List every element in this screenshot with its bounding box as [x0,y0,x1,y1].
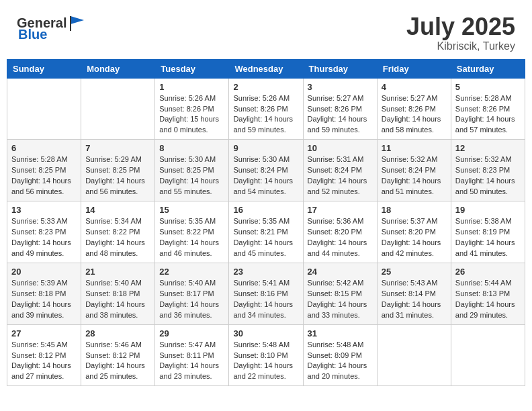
sunrise-text: Sunrise: 5:34 AM [85,216,150,227]
day-info: Sunrise: 5:28 AMSunset: 8:26 PMDaylight:… [455,93,521,136]
day-number: 13 [11,205,77,215]
weekday-header-row: SundayMondayTuesdayWednesdayThursdayFrid… [7,59,525,78]
calendar-day-cell: 21Sunrise: 5:40 AMSunset: 8:18 PMDayligh… [81,263,155,324]
calendar-day-cell: 4Sunrise: 5:27 AMSunset: 8:26 PMDaylight… [377,78,451,140]
daylight-minutes: and 27 minutes. [11,371,77,382]
calendar-day-cell: 3Sunrise: 5:27 AMSunset: 8:26 PMDaylight… [303,78,377,140]
sunrise-text: Sunrise: 5:32 AM [455,154,521,165]
daylight-hours: Daylight: 14 hours [159,176,224,187]
sunrise-text: Sunrise: 5:32 AM [382,154,447,165]
daylight-hours: Daylight: 14 hours [85,361,150,371]
sunset-text: Sunset: 8:22 PM [159,227,224,238]
daylight-minutes: and 50 minutes. [455,187,521,197]
sunset-text: Sunset: 8:24 PM [382,165,447,176]
day-info: Sunrise: 5:26 AMSunset: 8:26 PMDaylight:… [233,93,298,136]
day-number: 3 [308,82,373,92]
daylight-minutes: and 25 minutes. [85,371,150,382]
sunrise-text: Sunrise: 5:29 AM [85,154,150,165]
daylight-minutes: and 48 minutes. [85,248,150,259]
daylight-minutes: and 31 minutes. [382,310,447,321]
daylight-minutes: and 36 minutes. [159,310,224,321]
daylight-hours: Daylight: 14 hours [85,176,150,187]
daylight-minutes: and 55 minutes. [159,187,224,197]
daylight-hours: Daylight: 14 hours [159,361,224,371]
weekday-header-sunday: Sunday [7,59,81,78]
day-info: Sunrise: 5:40 AMSunset: 8:18 PMDaylight:… [85,278,150,321]
calendar-day-cell: 8Sunrise: 5:30 AMSunset: 8:25 PMDaylight… [155,140,229,201]
daylight-hours: Daylight: 14 hours [11,300,77,310]
sunset-text: Sunset: 8:09 PM [308,351,373,361]
sunrise-text: Sunrise: 5:48 AM [233,340,298,351]
day-number: 8 [159,143,224,153]
daylight-hours: Daylight: 14 hours [85,238,150,248]
calendar-day-cell: 26Sunrise: 5:44 AMSunset: 8:13 PMDayligh… [451,263,525,324]
calendar-day-cell: 31Sunrise: 5:48 AMSunset: 8:09 PMDayligh… [303,324,377,386]
sunset-text: Sunset: 8:12 PM [85,351,150,361]
calendar-day-cell: 7Sunrise: 5:29 AMSunset: 8:25 PMDaylight… [81,140,155,201]
daylight-hours: Daylight: 14 hours [308,176,373,187]
day-info: Sunrise: 5:39 AMSunset: 8:18 PMDaylight:… [11,278,77,321]
logo: General Blue [17,13,87,42]
daylight-minutes: and 23 minutes. [159,371,224,382]
day-info: Sunrise: 5:46 AMSunset: 8:12 PMDaylight:… [85,340,150,383]
calendar-day-cell: 12Sunrise: 5:32 AMSunset: 8:23 PMDayligh… [451,140,525,201]
sunrise-text: Sunrise: 5:28 AM [455,93,521,104]
day-info: Sunrise: 5:35 AMSunset: 8:21 PMDaylight:… [233,216,298,259]
page-header: General Blue July 2025 Kibriscik, Turkey [7,7,525,56]
day-number: 15 [159,205,224,215]
calendar-day-cell: 22Sunrise: 5:40 AMSunset: 8:17 PMDayligh… [155,263,229,324]
daylight-minutes: and 39 minutes. [11,310,77,321]
calendar-day-cell: 13Sunrise: 5:33 AMSunset: 8:23 PMDayligh… [7,201,81,263]
day-number: 27 [11,328,77,338]
calendar-day-cell: 18Sunrise: 5:37 AMSunset: 8:20 PMDayligh… [377,201,451,263]
calendar-day-cell: 6Sunrise: 5:28 AMSunset: 8:25 PMDaylight… [7,140,81,201]
calendar-day-cell [377,324,451,386]
sunset-text: Sunset: 8:16 PM [233,289,298,300]
sunrise-text: Sunrise: 5:46 AM [85,340,150,351]
day-info: Sunrise: 5:27 AMSunset: 8:26 PMDaylight:… [308,93,373,136]
sunset-text: Sunset: 8:22 PM [85,227,150,238]
day-info: Sunrise: 5:34 AMSunset: 8:22 PMDaylight:… [85,216,150,259]
daylight-hours: Daylight: 14 hours [455,238,521,248]
calendar-day-cell [7,78,81,140]
day-info: Sunrise: 5:40 AMSunset: 8:17 PMDaylight:… [159,278,224,321]
title-area: July 2025 Kibriscik, Turkey [406,13,515,52]
day-number: 4 [382,82,447,92]
daylight-minutes: and 33 minutes. [308,310,373,321]
calendar-day-cell: 15Sunrise: 5:35 AMSunset: 8:22 PMDayligh… [155,201,229,263]
calendar-week-row: 1Sunrise: 5:26 AMSunset: 8:26 PMDaylight… [7,78,525,140]
sunrise-text: Sunrise: 5:45 AM [11,340,77,351]
daylight-minutes: and 58 minutes. [382,125,447,136]
day-number: 11 [382,143,447,153]
calendar-day-cell: 5Sunrise: 5:28 AMSunset: 8:26 PMDaylight… [451,78,525,140]
daylight-hours: Daylight: 14 hours [308,238,373,248]
calendar-day-cell [81,78,155,140]
daylight-hours: Daylight: 14 hours [233,176,298,187]
day-number: 10 [308,143,373,153]
day-number: 7 [85,143,150,153]
day-number: 26 [455,267,521,277]
sunrise-text: Sunrise: 5:43 AM [382,278,447,289]
daylight-hours: Daylight: 14 hours [11,176,77,187]
weekday-header-friday: Friday [377,59,451,78]
weekday-header-monday: Monday [81,59,155,78]
sunrise-text: Sunrise: 5:38 AM [455,216,521,227]
day-info: Sunrise: 5:48 AMSunset: 8:09 PMDaylight:… [308,340,373,383]
sunset-text: Sunset: 8:10 PM [233,351,298,361]
sunset-text: Sunset: 8:12 PM [11,351,77,361]
sunrise-text: Sunrise: 5:37 AM [382,216,447,227]
sunrise-text: Sunrise: 5:47 AM [159,340,224,351]
day-number: 6 [11,143,77,153]
daylight-minutes: and 29 minutes. [455,310,521,321]
sunrise-text: Sunrise: 5:35 AM [159,216,224,227]
daylight-minutes: and 44 minutes. [308,248,373,259]
logo-flag-icon [68,13,87,32]
daylight-minutes: and 49 minutes. [11,248,77,259]
calendar-day-cell: 14Sunrise: 5:34 AMSunset: 8:22 PMDayligh… [81,201,155,263]
day-number: 14 [85,205,150,215]
sunset-text: Sunset: 8:11 PM [159,351,224,361]
day-number: 22 [159,267,224,277]
sunset-text: Sunset: 8:26 PM [382,104,447,115]
month-title: July 2025 [406,13,515,40]
calendar-week-row: 6Sunrise: 5:28 AMSunset: 8:25 PMDaylight… [7,140,525,201]
